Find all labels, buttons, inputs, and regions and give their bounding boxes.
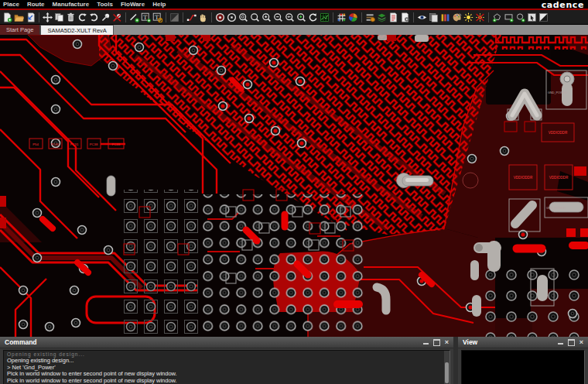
command-panel: Command × Opening existing design... Ope… [0,337,453,384]
save-design-icon[interactable] [25,11,36,23]
zoom-mag-icon[interactable] [249,11,261,23]
console-line: Opening existing design... [7,351,446,358]
minimize-icon[interactable] [423,343,429,345]
toolbar-separator [333,12,333,22]
shape-circular-icon[interactable] [514,11,526,23]
zoom-points-icon[interactable] [214,11,226,23]
net-label-vddioddr: VDDIODDR [549,176,569,180]
cadence-logo: cadence [542,0,584,10]
scrollbar-thumb[interactable] [445,362,449,383]
slide-icon[interactable] [186,11,197,23]
close-icon[interactable]: × [445,339,449,346]
zoom-fit-icon[interactable] [226,11,238,23]
toolbar-separator [211,12,212,22]
shape-rectangular-icon[interactable] [503,11,514,23]
refdes-label: PC31 [70,142,79,146]
toolbar-separator [413,12,414,22]
net-label-vddioddr: VDDIODDR [549,131,568,135]
float-icon[interactable] [568,339,575,346]
shape-polygon-icon[interactable] [491,11,503,23]
menu-bar: Place Route Manufacture Tools FloWare He… [0,0,588,9]
pcb-canvas[interactable]: VDDIODDR VDDIODDR VDDIODDR GND_POWER GND… [0,35,588,337]
copy-icon[interactable] [53,11,65,23]
menu-manufacture[interactable]: Manufacture [53,1,97,8]
pan-icon[interactable] [197,11,209,23]
net-label-gnd-power: GND_POWER [548,91,567,94]
tab-start-page[interactable]: Start Page [0,25,40,35]
select-window-icon[interactable] [526,11,538,23]
add-line-icon[interactable] [128,11,140,23]
tab-design[interactable]: SAMA5D2-XULT RevA [40,25,113,35]
view-panel: View × [458,337,588,384]
toolbar-separator [125,12,126,22]
color-dialog-icon[interactable] [347,11,359,23]
menu-floware[interactable]: FloWare [121,1,152,8]
toolbar-separator [361,12,362,22]
undo-icon[interactable] [77,11,88,23]
visibility-icon[interactable] [416,11,428,23]
reports-icon[interactable] [388,11,399,23]
refdes-label: PC39 [112,142,121,146]
console-line: Opening existing design... [7,358,446,364]
refdes-label: PC30 [51,142,60,146]
toolbar-separator [183,12,183,22]
artwork-icon[interactable] [451,11,463,23]
refdes-label: PC38 [90,142,98,146]
command-console[interactable]: Opening existing design... Opening exist… [3,350,450,384]
command-panel-title: Command [5,338,37,346]
zoom-world-icon[interactable] [238,11,249,23]
zoom-selection-icon[interactable] [296,11,307,23]
command-scrollbar[interactable] [443,351,450,384]
menu-route[interactable]: Route [27,1,53,8]
view-panel-title: View [463,338,477,346]
toolbar-separator [166,12,166,22]
bottom-dock: Command × Opening existing design... Ope… [0,337,588,384]
color-grid-icon[interactable] [336,11,347,23]
cross-section-icon[interactable] [364,11,376,23]
minimize-icon[interactable] [558,343,563,345]
float-icon[interactable] [433,339,440,346]
highlight-icon[interactable] [463,11,474,23]
net-label-vddioddr: VDDIODDR [514,176,533,180]
unpin-icon[interactable] [111,11,123,23]
color-swatch-icon[interactable] [169,11,180,23]
redraw-icon[interactable] [307,11,319,23]
zoom-in-icon[interactable] [261,11,272,23]
open-design-icon[interactable] [13,11,25,23]
menu-tools[interactable]: Tools [97,1,121,8]
zoom-previous-icon[interactable] [284,11,296,23]
delete-icon[interactable] [65,11,77,23]
color-ruler-icon[interactable] [439,11,451,23]
properties-icon[interactable] [399,11,411,23]
redo-icon[interactable] [88,11,100,23]
design-canvas-container: VDDIODDR VDDIODDR VDDIODDR GND_POWER GND… [0,35,588,337]
add-text-icon[interactable] [140,11,152,23]
layer-list-icon[interactable] [376,11,388,23]
view-panel-content[interactable] [461,350,585,384]
menu-help[interactable]: Help [152,1,173,8]
shadow-mode-icon[interactable] [428,11,439,23]
command-panel-titlebar[interactable]: Command × [0,337,453,348]
zoom-out-icon[interactable] [272,11,284,23]
move-icon[interactable] [42,11,53,23]
view-panel-titlebar[interactable]: View × [458,337,588,348]
pin-icon[interactable] [100,11,111,23]
3d-canvas-icon[interactable] [319,11,330,23]
menu-place[interactable]: Place [3,1,27,8]
close-icon[interactable]: × [579,339,583,346]
main-toolbar [0,10,588,25]
dehighlight-icon[interactable] [474,11,486,23]
refdes-label: P54 [32,142,39,146]
new-design-icon[interactable] [2,11,13,23]
edit-text-icon[interactable] [152,11,163,23]
net-label-gnd-power: GND_POWER [546,207,566,210]
document-tabbar: Start Page SAMA5D2-XULT RevA [0,25,588,35]
toolbar-separator [39,12,39,22]
contrast-icon[interactable] [538,11,549,23]
toolbar-separator [488,12,489,22]
